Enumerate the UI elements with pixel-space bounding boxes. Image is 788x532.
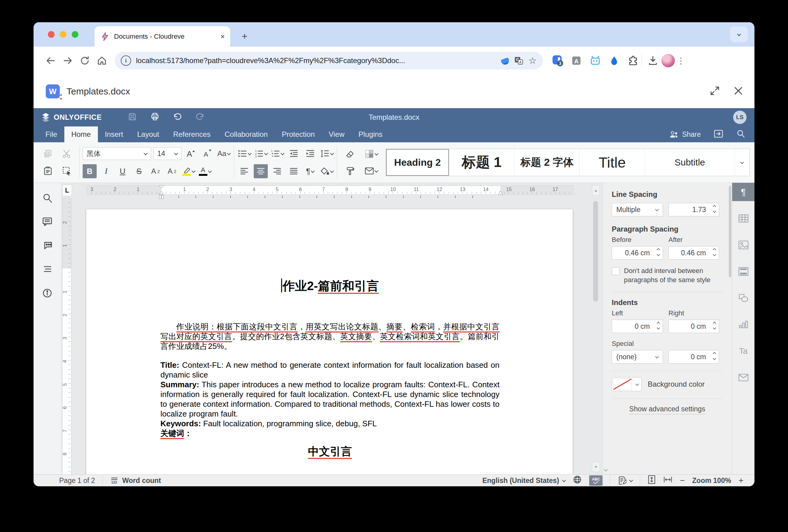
home-button[interactable] (93, 52, 111, 69)
vertical-ruler[interactable]: 2 1 1 2 3 4 5 6 7 8 (62, 198, 71, 474)
reload-button[interactable] (76, 52, 93, 69)
menu-tab-file[interactable]: File (38, 126, 64, 142)
clear-style-button[interactable] (343, 147, 357, 161)
cut-button[interactable] (60, 147, 74, 161)
extension-drop-icon[interactable] (608, 55, 620, 67)
show-paragraph-marks-button[interactable]: ¶ (303, 164, 317, 178)
zoom-window-button[interactable] (72, 31, 78, 38)
spinner-arrows[interactable] (713, 322, 716, 329)
spacing-after-input[interactable]: 0.46 cm (668, 246, 719, 260)
page-indicator[interactable]: Page 1 of 2 (59, 476, 95, 485)
menu-tab-view[interactable]: View (322, 126, 352, 142)
multilevel-list-button[interactable]: 1 (270, 147, 284, 161)
font-color-button[interactable]: A (198, 164, 212, 178)
font-name-select[interactable]: 黑体 (83, 147, 151, 160)
underline-button[interactable]: U (116, 164, 130, 178)
address-bar[interactable]: i localhost:5173/home?path=cloudreve%3A%… (115, 52, 543, 69)
editing-mode-button[interactable] (617, 476, 632, 485)
table-shading-button[interactable] (364, 147, 378, 161)
text-art-settings-tab[interactable]: Ta (732, 342, 754, 360)
decrease-font-button[interactable]: A (200, 147, 214, 161)
copy-button[interactable] (41, 147, 55, 161)
mail-merge-button[interactable] (364, 164, 378, 178)
english-block[interactable]: Title: Context-FL: A new method to gener… (160, 360, 499, 438)
chat-icon[interactable] (40, 238, 55, 253)
spinner-arrows[interactable] (657, 322, 659, 329)
tab-close-icon[interactable]: × (220, 33, 225, 40)
document-canvas[interactable]: 2 1 1 2 3 4 5 6 7 8 作业2-篇前和引言 (61, 198, 602, 474)
show-advanced-settings-link[interactable]: Show advanced settings (629, 405, 705, 414)
search-icon[interactable] (736, 129, 745, 140)
align-center-button[interactable] (254, 164, 268, 178)
scrollbar-thumb[interactable] (593, 201, 598, 302)
no-color-swatch[interactable] (613, 378, 632, 390)
style-subtitle[interactable]: Subtitle (645, 149, 735, 176)
scroll-up-button[interactable]: ▲ (592, 185, 600, 196)
menu-tab-layout[interactable]: Layout (130, 126, 166, 142)
table-settings-tab[interactable] (732, 209, 754, 228)
language-select[interactable]: English (United States) (482, 476, 566, 485)
increase-indent-button[interactable] (303, 147, 317, 161)
comments-icon[interactable] (40, 214, 55, 229)
menu-tab-references[interactable]: References (166, 126, 218, 142)
style-title[interactable]: Title (579, 149, 645, 176)
new-tab-button[interactable]: + (237, 29, 252, 44)
user-avatar-badge[interactable]: LS (733, 110, 747, 124)
menu-tab-insert[interactable]: Insert (98, 126, 130, 142)
chart-settings-tab[interactable] (732, 315, 754, 334)
spell-check-button[interactable]: ABC (589, 475, 603, 486)
open-file-location-icon[interactable] (714, 129, 723, 140)
extension-a-icon[interactable]: A (570, 55, 583, 67)
highlight-color-button[interactable] (181, 164, 196, 178)
panel-scroll-down-icon[interactable] (605, 467, 607, 473)
superscript-button[interactable]: A2 (149, 164, 162, 178)
spinner-arrows[interactable] (713, 352, 716, 360)
back-button[interactable] (42, 52, 59, 69)
close-preview-icon[interactable] (733, 86, 744, 97)
align-right-button[interactable] (270, 164, 284, 178)
share-button[interactable]: Share (669, 130, 701, 139)
indent-right-input[interactable]: 0 cm (668, 320, 719, 333)
redo-button[interactable] (196, 112, 204, 122)
save-button[interactable] (128, 112, 137, 122)
indent-left-input[interactable]: 0 cm (612, 320, 663, 333)
style-heading-2[interactable]: Heading 2 (386, 149, 449, 176)
spinner-arrows[interactable] (713, 205, 716, 212)
document-scrollbar[interactable]: ▼ (592, 199, 600, 472)
justify-button[interactable] (287, 164, 301, 178)
right-indent-marker[interactable] (498, 191, 503, 195)
image-settings-tab[interactable] (732, 236, 754, 254)
print-button[interactable] (150, 112, 159, 122)
assignment-paragraph[interactable]: 作业说明：根据下面这段中文引言，用英文写出论文标题、摘要、检索词，并根据中文引言… (160, 322, 499, 351)
expand-preview-icon[interactable] (709, 85, 720, 98)
url-text[interactable]: localhost:5173/home?path=cloudreve%3A%2F… (136, 56, 496, 65)
bold-button[interactable]: B (83, 164, 97, 178)
bookmark-star-icon[interactable]: ☆ (529, 56, 537, 65)
word-count-button[interactable]: 123 Word count (110, 476, 161, 485)
paste-button[interactable] (41, 164, 55, 178)
document-page[interactable]: 作业2-篇前和引言 作业说明：根据下面这段中文引言，用英文写出论文标题、摘要、检… (86, 209, 573, 474)
browser-menu-icon[interactable]: ⋮ (675, 56, 687, 66)
close-window-button[interactable] (48, 31, 55, 38)
doc-title-paragraph[interactable]: 作业2-篇前和引言 (160, 277, 499, 294)
menu-tab-plugins[interactable]: Plugins (352, 126, 390, 142)
undo-button[interactable] (173, 112, 182, 122)
extensions-puzzle-icon[interactable] (627, 55, 639, 67)
translate-icon[interactable]: GA (514, 56, 524, 65)
fit-width-icon[interactable] (663, 476, 672, 485)
minimize-window-button[interactable] (60, 31, 66, 38)
copy-style-button[interactable] (343, 164, 357, 178)
paragraph-shading-button[interactable] (320, 164, 334, 178)
bullet-list-button[interactable] (237, 147, 251, 161)
subscript-button[interactable]: A2 (165, 164, 179, 178)
decrease-indent-button[interactable] (287, 147, 301, 161)
paragraph-settings-tab[interactable]: ¶ (732, 183, 754, 201)
special-select[interactable]: (none) (612, 350, 663, 364)
header-footer-settings-tab[interactable] (732, 262, 754, 281)
zoom-out-button[interactable]: − (680, 476, 685, 485)
menu-tab-collaboration[interactable]: Collaboration (218, 126, 275, 142)
italic-button[interactable]: I (99, 164, 113, 178)
special-amount-input[interactable]: 0 cm (668, 350, 719, 364)
line-spacing-select[interactable]: Multiple (612, 203, 663, 216)
panel-scrollbar-thumb[interactable] (729, 186, 731, 277)
